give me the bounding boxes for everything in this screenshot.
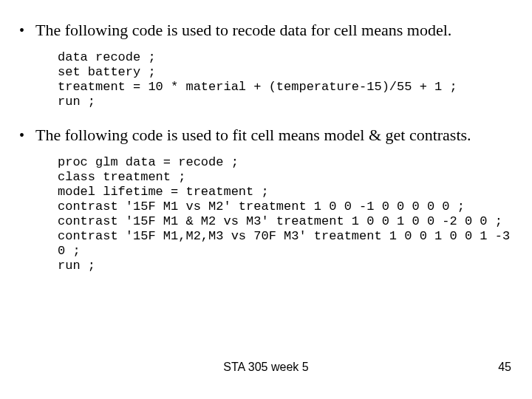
bullet-item: The following code is used to fit cell m… [15, 126, 517, 273]
bullet-text: The following code is used to recode dat… [35, 21, 517, 40]
code-block: data recode ; set battery ; treatment = … [58, 50, 517, 109]
page-number: 45 [498, 361, 511, 374]
bullet-list: The following code is used to recode dat… [15, 21, 517, 273]
footer-center: STA 305 week 5 [0, 361, 532, 374]
slide: The following code is used to recode dat… [0, 0, 532, 399]
bullet-item: The following code is used to recode dat… [15, 21, 517, 109]
code-block: proc glm data = recode ; class treatment… [58, 155, 517, 273]
bullet-text: The following code is used to fit cell m… [35, 126, 517, 145]
